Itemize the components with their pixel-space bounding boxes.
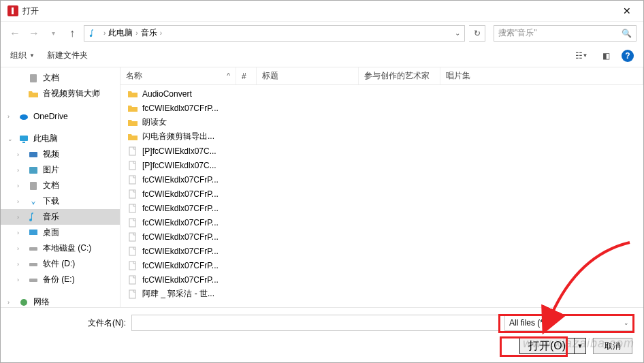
sidebar-item-ddrive[interactable]: › 软件 (D:) xyxy=(1,256,120,272)
chevron-down-icon: ▼ xyxy=(29,52,35,59)
svg-rect-3 xyxy=(22,142,25,143)
recent-dropdown[interactable]: ▾ xyxy=(46,26,61,41)
column-title[interactable]: 标题 xyxy=(257,67,359,84)
file-row[interactable]: fcCWIEkdlx07CFrP... xyxy=(120,172,643,187)
search-icon: 🔍 xyxy=(622,29,632,38)
file-name: 阿肆 _ 郭采洁 - 世... xyxy=(142,288,238,300)
document-icon xyxy=(28,180,39,191)
sidebar-item-documents[interactable]: 文档 xyxy=(1,70,120,86)
file-name: [P]fcCWIEkdlx07C... xyxy=(142,146,238,156)
open-dropdown[interactable]: ▼ xyxy=(574,338,586,354)
file-row[interactable]: fcCWIEkdlx07CFrP... xyxy=(120,230,643,244)
file-row[interactable]: fcCWIEkdlx07CFrP... xyxy=(120,258,643,272)
sidebar-item-pictures[interactable]: › 图片 xyxy=(1,162,120,178)
file-name: [P]fcCWIEkdlx07C... xyxy=(142,161,238,170)
file-row[interactable]: fcCWIEkdlx07CFrP... xyxy=(120,101,643,115)
sidebar-item-network[interactable]: › 网络 xyxy=(1,294,120,307)
file-row[interactable]: fcCWIEkdlx07CFrP... xyxy=(120,244,643,258)
file-name: AudioConvert xyxy=(142,89,238,99)
sidebar-item-thispc[interactable]: ⌄ 此电脑 xyxy=(1,131,120,146)
svg-rect-8 xyxy=(29,247,37,251)
svg-rect-0 xyxy=(30,74,37,82)
column-artist[interactable]: 参与创作的艺术家 xyxy=(359,67,440,84)
close-icon[interactable]: ✕ xyxy=(613,5,641,16)
file-icon xyxy=(127,189,138,200)
drive-icon xyxy=(28,259,39,270)
open-button[interactable]: 打开(O) ▼ xyxy=(519,338,586,354)
folder-icon xyxy=(127,117,138,128)
svg-rect-13 xyxy=(129,161,135,170)
crumb-music[interactable]: 音乐 xyxy=(141,27,157,39)
svg-rect-15 xyxy=(129,190,135,198)
app-icon xyxy=(7,5,18,16)
help-icon[interactable]: ? xyxy=(622,50,634,62)
chevron-right-icon: › xyxy=(17,214,19,221)
cancel-button[interactable]: 取消 xyxy=(593,338,632,354)
file-icon xyxy=(127,260,138,271)
file-row[interactable]: fcCWIEkdlx07CFrP... xyxy=(120,215,643,230)
drive-icon xyxy=(28,243,39,254)
file-list[interactable]: AudioConvertfcCWIEkdlx07CFrP...朗读女闪电音频剪辑… xyxy=(120,85,643,307)
filename-input[interactable] xyxy=(131,315,499,331)
svg-rect-14 xyxy=(129,176,135,184)
sidebar-item-edrive[interactable]: › 备份 (E:) xyxy=(1,272,120,287)
chevron-right-icon: › xyxy=(160,29,162,37)
chevron-down-icon: ⌄ xyxy=(624,319,629,326)
column-number[interactable]: # xyxy=(236,67,257,84)
file-icon xyxy=(127,146,138,157)
chevron-right-icon: › xyxy=(103,29,106,37)
file-name: fcCWIEkdlx07CFrP... xyxy=(142,104,238,113)
filetype-filter[interactable]: All files (*.*) ⌄ xyxy=(504,315,634,331)
file-row[interactable]: fcCWIEkdlx07CFrP... xyxy=(120,272,643,287)
preview-pane-button[interactable]: ◧ xyxy=(597,50,615,62)
search-input[interactable]: 搜索"音乐" 🔍 xyxy=(494,25,637,42)
file-icon xyxy=(127,217,138,228)
file-row[interactable]: fcCWIEkdlx07CFrP... xyxy=(120,201,643,215)
organize-button[interactable]: 组织 ▼ xyxy=(10,50,35,61)
sidebar-item-music[interactable]: › 音乐 xyxy=(1,209,120,225)
file-row[interactable]: fcCWIEkdlx07CFrP... xyxy=(120,187,643,201)
file-row[interactable]: 闪电音频剪辑导出... xyxy=(120,129,643,144)
sort-asc-icon: ^ xyxy=(227,72,230,80)
address-bar[interactable]: › 此电脑 › 音乐 › ⌄ xyxy=(84,25,465,42)
window-title: 打开 xyxy=(22,5,39,17)
new-folder-button[interactable]: 新建文件夹 xyxy=(47,50,88,61)
up-button[interactable]: ↑ xyxy=(65,26,80,41)
cancel-label: 取消 xyxy=(605,341,621,352)
sidebar-item-video[interactable]: › 视频 xyxy=(1,146,120,162)
monitor-icon xyxy=(18,133,29,144)
svg-rect-7 xyxy=(29,230,37,235)
navigation-row: ← → ▾ ↑ › 此电脑 › 音乐 › ⌄ ↻ 搜索"音乐" 🔍 xyxy=(1,21,643,44)
sidebar-item-onedrive[interactable]: › OneDrive xyxy=(1,108,120,124)
file-row[interactable]: 朗读女 xyxy=(120,115,643,129)
chevron-right-icon: › xyxy=(17,277,19,283)
address-dropdown[interactable]: ⌄ xyxy=(455,29,460,37)
file-row[interactable]: [P]fcCWIEkdlx07C... xyxy=(120,144,643,158)
file-row[interactable]: AudioConvert xyxy=(120,86,643,101)
file-icon xyxy=(127,160,138,171)
chevron-right-icon: › xyxy=(17,245,19,252)
file-icon xyxy=(127,203,138,214)
chevron-down-icon: ⌄ xyxy=(7,136,13,142)
sidebar-item-desktop[interactable]: › 桌面 xyxy=(1,225,120,240)
forward-button[interactable]: → xyxy=(27,26,42,41)
svg-rect-6 xyxy=(30,182,37,190)
column-album[interactable]: 唱片集 xyxy=(440,67,643,84)
file-row[interactable]: 阿肆 _ 郭采洁 - 世... xyxy=(120,287,643,301)
video-icon xyxy=(28,149,39,160)
refresh-button[interactable]: ↻ xyxy=(469,25,485,42)
view-options-button[interactable]: ☷ ▼ xyxy=(573,50,590,62)
file-row[interactable]: [P]fcCWIEkdlx07C... xyxy=(120,158,643,172)
sidebar-item-audioeditor[interactable]: 音视频剪辑大师 xyxy=(1,86,120,101)
sidebar-item-downloads[interactable]: › 下载 xyxy=(1,193,120,209)
sidebar-item-cdrive[interactable]: › 本地磁盘 (C:) xyxy=(1,240,120,256)
file-name: fcCWIEkdlx07CFrP... xyxy=(142,204,238,213)
folder-icon xyxy=(28,89,39,99)
column-name[interactable]: 名称^ xyxy=(120,67,236,84)
chevron-right-icon: › xyxy=(7,299,10,306)
file-name: 闪电音频剪辑导出... xyxy=(142,131,238,142)
back-button[interactable]: ← xyxy=(7,26,22,41)
sidebar-item-documents2[interactable]: › 文档 xyxy=(1,178,120,193)
svg-rect-12 xyxy=(129,147,135,155)
crumb-thispc[interactable]: 此电脑 xyxy=(108,27,133,39)
